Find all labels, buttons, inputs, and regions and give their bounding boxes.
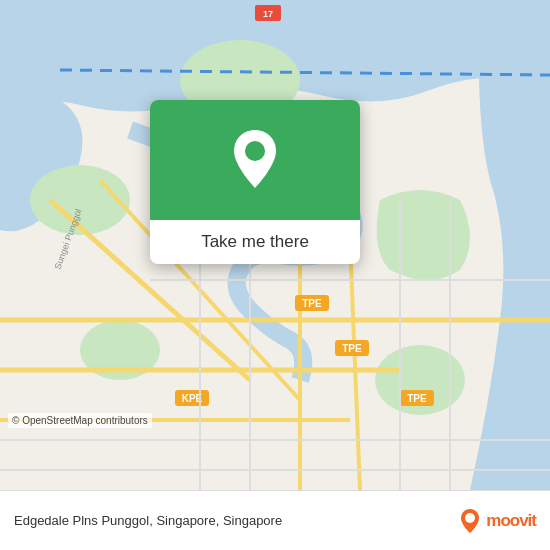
svg-text:TPE: TPE [342,343,362,354]
location-pin-icon [230,128,280,193]
svg-text:TPE: TPE [302,298,322,309]
location-label: Edgedale Plns Punggol, Singapore, Singap… [14,513,456,528]
svg-text:TPE: TPE [407,393,427,404]
popup-card: Take me there [150,100,360,264]
osm-credit: © OpenStreetMap contributors [8,413,152,428]
bottom-bar: Edgedale Plns Punggol, Singapore, Singap… [0,490,550,550]
svg-point-31 [245,141,265,161]
moovit-logo: moovit [456,507,536,535]
moovit-pin-icon [456,507,484,535]
moovit-logo-text: moovit [486,511,536,531]
svg-text:17: 17 [263,9,273,19]
svg-point-32 [465,513,475,523]
take-me-there-button[interactable]: Take me there [150,220,360,264]
map-container: TPE TPE TPE KPE 17 Sungei Punggol [0,0,550,490]
popup-green-area [150,100,360,220]
